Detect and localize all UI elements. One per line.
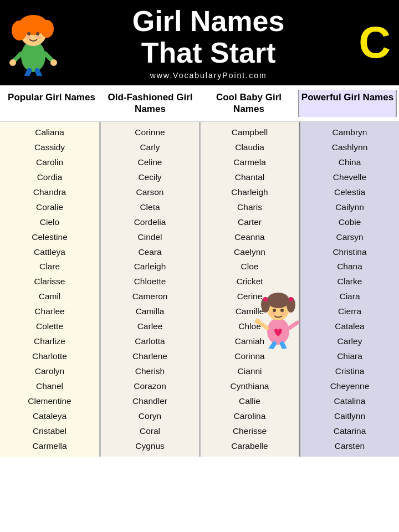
svg-point-8 <box>35 35 41 39</box>
list-item: Corinne <box>135 125 165 140</box>
list-item: Carmela <box>233 155 266 170</box>
list-item: Coral <box>140 424 160 439</box>
list-item: Cherish <box>135 364 165 379</box>
list-item: Claudia <box>235 140 264 155</box>
svg-point-6 <box>36 32 39 35</box>
list-item: Caliana <box>35 125 64 140</box>
list-item: Cashlynn <box>332 140 368 155</box>
svg-point-7 <box>25 35 31 39</box>
list-item: Charleigh <box>231 185 268 200</box>
list-item: Chloette <box>134 274 166 289</box>
list-item: Carlee <box>137 319 163 334</box>
list-item: Chanel <box>36 379 63 394</box>
list-item: Coryn <box>139 409 161 424</box>
svg-line-14 <box>37 70 42 76</box>
list-item: Caelynn <box>234 245 265 260</box>
list-item: Chandler <box>132 394 167 409</box>
svg-point-25 <box>281 312 285 315</box>
column-headers: Popular Girl Names Old-Fashioned Girl Na… <box>0 85 399 122</box>
svg-point-17 <box>267 293 289 308</box>
list-item: Camilla <box>136 304 165 319</box>
list-item: Cleta <box>140 200 160 215</box>
svg-line-13 <box>25 70 29 76</box>
list-item: Cristina <box>335 364 365 379</box>
svg-line-28 <box>289 323 298 328</box>
list-item: Charlene <box>132 349 167 364</box>
list-item: Callie <box>239 394 260 409</box>
svg-point-20 <box>263 297 268 301</box>
list-item: Carsten <box>335 439 365 454</box>
col3-mascot <box>253 288 303 351</box>
list-item: Carly <box>140 140 160 155</box>
list-item: Charlee <box>34 304 64 319</box>
list-item: Christina <box>332 245 366 260</box>
list-item: Charis <box>237 200 262 215</box>
list-item: Cierra <box>338 304 361 319</box>
list-item: Carson <box>136 185 164 200</box>
list-item: Carolyn <box>35 364 64 379</box>
list-item: Clare <box>39 259 60 274</box>
list-item: Cordia <box>37 170 63 185</box>
header-letter: C <box>359 21 391 65</box>
list-item: Cailynn <box>335 200 364 215</box>
list-item: Carsyn <box>336 230 363 245</box>
header-title-line2: That Start <box>64 37 353 69</box>
list-item: Chana <box>337 259 362 274</box>
list-item: Charlotte <box>32 349 67 364</box>
list-item: Ceanna <box>234 230 264 245</box>
list-item: Cordelia <box>134 215 166 230</box>
list-item: Caitlynn <box>334 409 365 424</box>
svg-point-12 <box>50 59 57 66</box>
header: Girl Names That Start www.VocabularyPoin… <box>0 0 399 85</box>
main-content: CalianaCassidyCarolinCordiaChandraCorali… <box>0 122 399 457</box>
list-item: Cecily <box>138 170 161 185</box>
list-item: Cobie <box>339 215 361 230</box>
header-website: www.VocabularyPoint.com <box>64 71 353 80</box>
list-item: Carmella <box>32 439 66 454</box>
column-popular: CalianaCassidyCarolinCordiaChandraCorali… <box>0 122 100 457</box>
list-item: Carlotta <box>135 334 165 349</box>
list-item: Clarisse <box>34 274 65 289</box>
list-item: Cynthiana <box>231 379 269 394</box>
list-item: Charlize <box>34 334 65 349</box>
col-header-3: Cool Baby Girl Names <box>200 90 298 117</box>
list-item: Cambryn <box>332 125 367 140</box>
list-item: Clarke <box>337 274 362 289</box>
svg-point-22 <box>273 309 276 312</box>
list-item: Carley <box>337 334 362 349</box>
svg-point-4 <box>40 20 54 38</box>
svg-point-3 <box>12 21 27 40</box>
list-item: Cameron <box>132 289 168 304</box>
list-item: Carabelle <box>231 439 268 454</box>
list-item: Chiara <box>337 349 362 364</box>
list-item: Coralie <box>36 200 63 215</box>
list-item: Celine <box>138 155 162 170</box>
list-item: China <box>339 155 361 170</box>
list-item: Cattleya <box>34 245 65 260</box>
header-mascot <box>3 9 64 76</box>
column-old-fashioned: CorinneCarlyCelineCecilyCarsonCletaCorde… <box>100 122 200 457</box>
list-item: Carleigh <box>134 259 166 274</box>
list-item: Cloe <box>241 259 259 274</box>
svg-point-24 <box>271 312 275 315</box>
list-item: Catalea <box>335 319 364 334</box>
list-item: Ceara <box>138 245 161 260</box>
column-cool-baby: CampbellClaudiaCarmelaChantalCharleighCh… <box>200 122 299 457</box>
col-header-1: Popular Girl Names <box>2 90 101 117</box>
header-title-line1: Girl Names <box>64 6 353 37</box>
col-header-2: Old-Fashioned Girl Names <box>101 90 200 117</box>
list-item: Ciara <box>339 289 360 304</box>
list-item: Celestia <box>334 185 365 200</box>
list-item: Cassidy <box>34 140 65 155</box>
svg-point-21 <box>289 297 293 301</box>
list-item: Carolin <box>36 155 63 170</box>
list-item: Cherisse <box>233 424 267 439</box>
list-item: Cygnus <box>135 439 165 454</box>
list-item: Chandra <box>33 185 66 200</box>
svg-line-30 <box>282 344 285 349</box>
svg-point-5 <box>27 32 30 35</box>
svg-point-27 <box>255 319 260 324</box>
list-item: Cristabel <box>33 424 66 439</box>
list-item: Corazon <box>134 379 166 394</box>
list-item: Cindel <box>138 230 162 245</box>
